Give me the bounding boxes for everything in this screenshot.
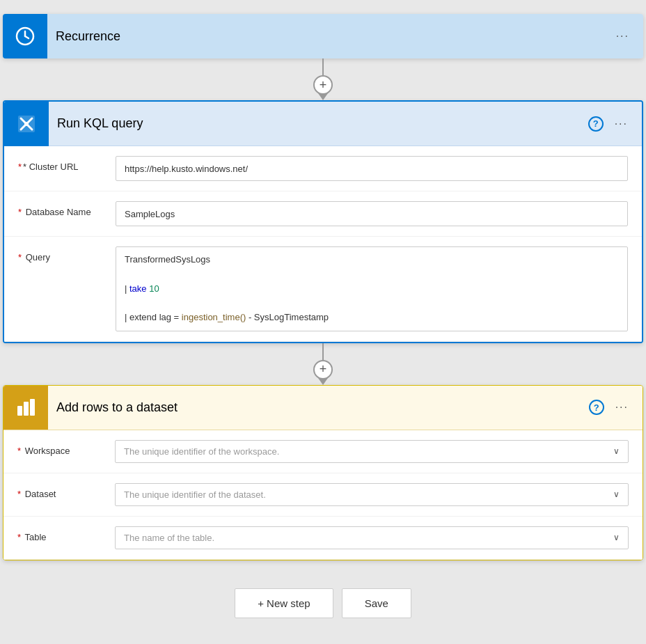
kql-header: Run KQL query ? ··· — [4, 102, 642, 146]
recurrence-card: Recurrence ··· — [3, 14, 643, 58]
database-name-row: * Database Name — [4, 191, 642, 237]
add-step-button-2[interactable]: + — [313, 360, 333, 379]
connector-1: + — [313, 58, 333, 100]
clock-icon — [14, 25, 36, 47]
query-line-3: | extend lag = ingestion_time() - SysLog… — [125, 311, 619, 325]
database-name-label: * Database Name — [18, 201, 116, 217]
dataset-chevron-icon: ∨ — [613, 489, 620, 499]
kql-icon — [15, 113, 38, 135]
workspace-placeholder: The unique identifier of the workspace. — [124, 446, 279, 457]
dataset-select[interactable]: The unique identifier of the dataset. ∨ — [115, 483, 629, 506]
svg-rect-7 — [17, 406, 22, 416]
dataset-label: * Dataset — [17, 483, 115, 499]
table-required: * — [17, 532, 21, 542]
table-select[interactable]: The name of the table. ∨ — [115, 526, 629, 549]
addrows-title: Add rows to a dataset — [48, 400, 589, 415]
cluster-url-input[interactable] — [116, 156, 628, 181]
kql-body: ** Cluster URL * Database Name * Query T… — [4, 146, 642, 342]
table-row: * Table The name of the table. ∨ — [3, 517, 643, 560]
recurrence-more-button[interactable]: ··· — [613, 27, 632, 45]
addrows-actions: ? ··· — [589, 398, 631, 416]
addrows-help-button[interactable]: ? — [589, 400, 604, 415]
svg-line-2 — [25, 36, 29, 38]
query-line-2: | take 10 — [125, 282, 619, 297]
flow-container: Recurrence ··· + Run KQL query — [3, 14, 643, 618]
addrows-card: Add rows to a dataset ? ··· * Workspace … — [3, 385, 643, 560]
cluster-url-label: ** Cluster URL — [18, 156, 116, 172]
query-input[interactable]: TransformedSysLogs | take 10 | extend la… — [116, 246, 628, 331]
workspace-chevron-icon: ∨ — [613, 446, 620, 456]
addrows-body: * Workspace The unique identifier of the… — [3, 430, 643, 560]
query-line-1: TransformedSysLogs — [125, 253, 619, 267]
recurrence-title: Recurrence — [47, 29, 613, 44]
workspace-row: * Workspace The unique identifier of the… — [3, 430, 643, 473]
save-button[interactable]: Save — [342, 588, 411, 618]
cluster-url-row: ** Cluster URL — [4, 146, 642, 191]
svg-rect-9 — [30, 399, 35, 416]
kql-card: Run KQL query ? ··· ** Cluster URL * Dat… — [3, 100, 643, 343]
workspace-required: * — [17, 446, 21, 456]
recurrence-header: Recurrence ··· — [3, 14, 643, 58]
connector-line-top-1 — [322, 58, 324, 75]
addrows-more-button[interactable]: ··· — [613, 398, 631, 416]
query-required: * — [18, 252, 22, 262]
database-required: * — [18, 207, 22, 217]
workspace-select[interactable]: The unique identifier of the workspace. … — [115, 440, 629, 463]
connector-2: + — [313, 343, 333, 385]
dataset-placeholder: The unique identifier of the dataset. — [124, 489, 266, 500]
kql-icon-bg — [4, 102, 49, 146]
query-row: * Query TransformedSysLogs | take 10 | e… — [4, 237, 642, 342]
kql-more-button[interactable]: ··· — [612, 115, 631, 133]
addrows-header: Add rows to a dataset ? ··· — [3, 386, 643, 430]
kql-help-button[interactable]: ? — [588, 116, 604, 132]
svg-point-6 — [24, 122, 29, 126]
add-step-button-1[interactable]: + — [313, 75, 333, 95]
addrows-icon-bg — [3, 385, 48, 430]
recurrence-icon-bg — [3, 14, 47, 58]
dataset-row: * Dataset The unique identifier of the d… — [3, 473, 643, 517]
new-step-button[interactable]: + New step — [235, 588, 333, 618]
workspace-label: * Workspace — [17, 440, 115, 456]
table-chevron-icon: ∨ — [613, 533, 620, 542]
dataset-required: * — [17, 489, 21, 499]
connector-line-top-2 — [322, 343, 324, 360]
table-placeholder: The name of the table. — [124, 533, 214, 543]
table-label: * Table — [17, 526, 115, 542]
kql-title: Run KQL query — [49, 116, 588, 131]
query-label: * Query — [18, 246, 116, 262]
database-name-input[interactable] — [116, 201, 628, 226]
cluster-url-required: * — [18, 162, 22, 172]
svg-rect-8 — [24, 402, 29, 416]
kql-actions: ? ··· — [588, 115, 631, 133]
bottom-actions: + New step Save — [235, 588, 411, 618]
chart-icon — [15, 396, 37, 418]
recurrence-actions: ··· — [613, 27, 632, 45]
